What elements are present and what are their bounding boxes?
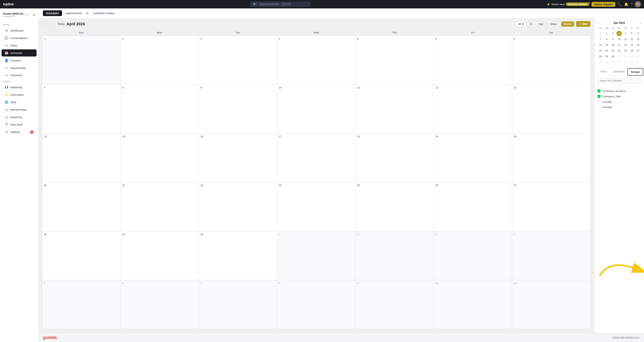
calendar-cell[interactable]: 10 — [434, 280, 512, 329]
mini-cal-cell[interactable]: 16 — [610, 42, 616, 48]
sidebar-item-scheduler[interactable]: 📅 Scheduler — [2, 50, 36, 56]
mini-cal-cell[interactable]: 1 — [616, 54, 622, 59]
tab-appointments[interactable]: Appointments — [63, 10, 86, 16]
calendar-cell[interactable]: 3 — [434, 231, 512, 280]
mini-cal-cell[interactable]: 13 — [636, 36, 641, 42]
mini-cal-cell[interactable]: 7 — [598, 36, 603, 42]
calendar-checkbox[interactable] — [598, 90, 600, 92]
sidebar-item-reporting[interactable]: ◎ Reporting — [2, 114, 36, 121]
calendar-cell[interactable]: 9 — [199, 85, 277, 134]
calendar-cell[interactable]: 28 — [42, 231, 120, 280]
calendar-cell[interactable]: 31 — [42, 36, 120, 85]
calendar-cell[interactable]: 23 — [199, 182, 277, 231]
tab-scheduler-setting[interactable]: Scheduler Setting — [90, 10, 118, 16]
mini-cal-cell[interactable]: 14 — [598, 42, 603, 48]
calendar-cell[interactable]: 7 — [199, 280, 277, 329]
sidebar-item-memberships[interactable]: ◎ Memberships — [2, 106, 36, 113]
calendar-cell[interactable]: 26 — [434, 182, 512, 231]
calendar-cell[interactable]: 19 — [434, 134, 512, 182]
mini-cal-cell[interactable]: 9 — [623, 60, 628, 65]
calendar-cell[interactable]: 22 — [120, 182, 199, 231]
calendar-checkbox[interactable] — [598, 100, 600, 103]
mini-cal-cell[interactable]: 8 — [604, 36, 609, 42]
today-button[interactable]: Today — [58, 22, 64, 26]
view-day-button[interactable]: Day — [536, 22, 546, 26]
mini-cal-cell[interactable]: 30 — [610, 54, 616, 59]
calendar-cell[interactable]: 6 — [120, 280, 199, 329]
calendar-cell[interactable]: 1 — [277, 231, 356, 280]
mini-cal-cell[interactable]: 11 — [623, 36, 628, 42]
prev-month-button[interactable]: ‹ — [42, 21, 48, 27]
mini-cal-cell[interactable]: 2 — [623, 54, 628, 59]
phone-icon[interactable]: 📞 — [618, 2, 622, 6]
global-search[interactable]: 🔍 Quick search here Ctrl + K — [250, 1, 311, 7]
calendar-cell[interactable]: 3 — [277, 36, 356, 85]
calendar-cell[interactable]: 21 — [42, 182, 120, 231]
sidebar-item-helpdesk[interactable]: ❓ Help Desk — [2, 121, 36, 128]
calendar-cell[interactable]: 11 — [512, 280, 590, 329]
mini-cal-cell[interactable]: 26 — [629, 48, 634, 54]
sidebar-item-payments[interactable]: 🗂 Payments — [2, 72, 36, 79]
mini-cal-cell[interactable]: 19 — [629, 42, 634, 48]
calendar-cell[interactable]: 14 — [42, 134, 120, 182]
calendar-cell[interactable]: 25 — [356, 182, 434, 231]
calendar-cell[interactable]: 12 — [434, 85, 512, 134]
company-selector[interactable]: Dunder Mifflin [D... Scranton, PA ▾ ⊞ — [0, 11, 38, 21]
mini-cal-cell[interactable]: 2 — [610, 31, 616, 36]
mini-cal-cell[interactable]: 9 — [610, 36, 616, 42]
ug-tab-groups[interactable]: Groups — [628, 68, 643, 76]
mini-cal-cell[interactable]: 15 — [604, 42, 609, 48]
calendar-cell[interactable]: 24 — [277, 182, 356, 231]
calendar-cell[interactable]: 5 — [42, 280, 120, 329]
sidebar-item-sites[interactable]: 🌐 Sites — [2, 98, 36, 106]
mini-cal-prev[interactable]: ‹ — [598, 21, 598, 24]
view-week-button[interactable]: Week — [548, 22, 560, 26]
calendar-cell[interactable]: 2 — [356, 231, 434, 280]
calendar-cell[interactable]: 4 — [512, 231, 590, 280]
calendar-cell[interactable]: 2 — [199, 36, 277, 85]
mini-cal-cell[interactable]: 23 — [610, 48, 616, 54]
calendar-cell[interactable]: 18 — [356, 134, 434, 182]
mini-cal-cell[interactable]: 3 — [629, 54, 634, 59]
new-event-button[interactable]: + New — [576, 21, 590, 27]
mini-cal-cell[interactable]: 25 — [623, 48, 628, 54]
mini-cal-cell[interactable]: 4 — [636, 54, 641, 59]
mini-cal-cell[interactable]: 27 — [636, 48, 641, 54]
mini-cal-cell[interactable]: 21 — [598, 48, 603, 54]
bell-icon[interactable]: 🔔 — [624, 2, 628, 6]
calendar-cell[interactable]: 6 — [512, 36, 590, 85]
calendar-cell[interactable]: 13 — [512, 85, 590, 134]
sidebar-item-conversations[interactable]: 💬 Conversations — [2, 34, 36, 42]
sidebar-item-dashboard[interactable]: ⊞ Dashboard — [2, 27, 36, 34]
mini-cal-cell[interactable]: 1 — [604, 31, 609, 36]
mini-cal-cell[interactable]: 8 — [616, 60, 622, 65]
calendar-cell[interactable]: 17 — [277, 134, 356, 182]
ug-tab-calendars[interactable]: Calendars — [610, 68, 628, 76]
calendar-list-item[interactable]: 30 Minute Live Demo — [598, 88, 641, 94]
calendar-list-item[interactable]: Emergency Task — [598, 94, 641, 99]
sidebar-item-mailfold[interactable]: ✉ Mailfold 11 — [2, 128, 36, 136]
calendar-filter[interactable]: All ▾ — [516, 21, 526, 27]
calendar-cell[interactable]: 27 — [512, 182, 590, 231]
next-month-button[interactable]: › — [50, 21, 56, 27]
mini-cal-cell[interactable]: 31 — [598, 31, 603, 36]
tab-scheduler[interactable]: Scheduler — [43, 10, 62, 16]
calendar-cell[interactable]: 7 — [42, 85, 120, 134]
mini-cal-cell[interactable]: 22 — [604, 48, 609, 54]
sidebar-item-marketing[interactable]: 📢 Marketing — [2, 84, 36, 91]
help-icon[interactable]: ? — [630, 2, 632, 6]
sidebar-item-contacts[interactable]: 👤 Contacts — [2, 57, 36, 64]
mini-cal-cell[interactable]: 4 — [623, 31, 628, 36]
mini-cal-cell[interactable]: 17 — [616, 42, 622, 48]
sidebar-item-opportunities[interactable]: ⬡ Opportunities — [2, 64, 36, 72]
mini-cal-cell[interactable]: 10 — [616, 36, 622, 42]
calendar-cell[interactable]: 8 — [120, 85, 199, 134]
calendar-checkbox[interactable] — [598, 106, 600, 108]
ug-tab-users[interactable]: Users — [598, 68, 610, 76]
calendar-cell[interactable]: 11 — [356, 85, 434, 134]
calendar-search-input[interactable] — [598, 78, 641, 84]
mini-cal-cell[interactable]: 6 — [636, 31, 641, 36]
mini-cal-cell[interactable]: 7 — [610, 60, 616, 65]
mini-cal-cell[interactable]: 5 — [598, 60, 603, 65]
calendar-cell[interactable]: 9 — [356, 280, 434, 329]
